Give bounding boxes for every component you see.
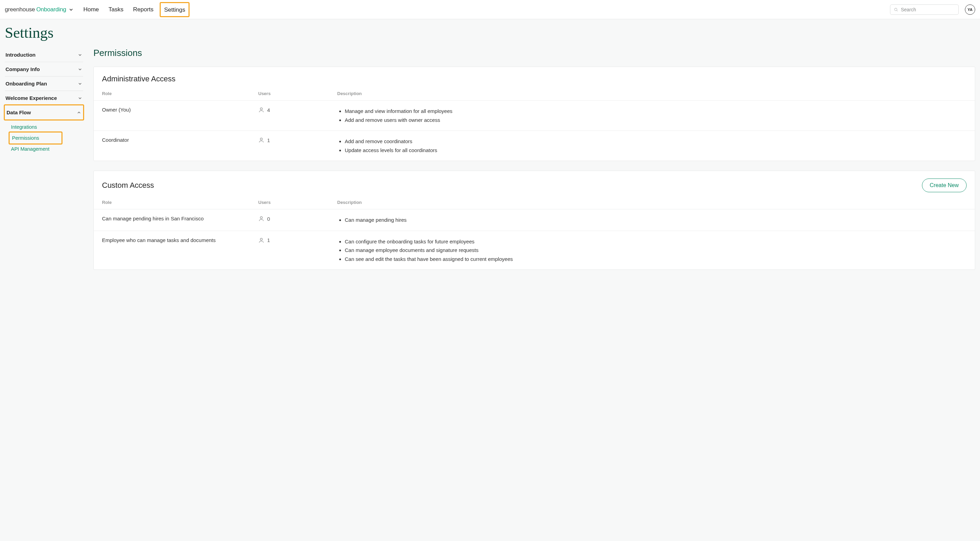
main-title: Permissions (94, 48, 975, 58)
table-row[interactable]: Coordinator 1 Add and remove coordinator… (94, 130, 975, 161)
sidebar-group-label: Company Info (5, 66, 40, 72)
col-users-header: Users (258, 200, 337, 205)
chevron-down-icon (78, 53, 83, 57)
desc-item: Can manage employee documents and signat… (345, 246, 967, 255)
logo[interactable]: greenhouseOnboarding (5, 6, 74, 13)
logo-primary: greenhouse (5, 6, 35, 13)
users-cell: 0 (258, 216, 337, 222)
svg-point-5 (260, 238, 262, 240)
desc-cell: Can configure the onboarding tasks for f… (337, 237, 967, 264)
sidebar-item-api-management[interactable]: API Management (10, 143, 83, 154)
search-box[interactable] (890, 5, 959, 15)
desc-item: Manage and view information for all empl… (345, 107, 967, 116)
admin-table-header: Role Users Description (94, 86, 975, 100)
user-icon (258, 137, 264, 143)
desc-item: Can see and edit the tasks that have bee… (345, 255, 967, 264)
user-icon (258, 107, 264, 113)
desc-item: Can configure the onboarding tasks for f… (345, 237, 967, 246)
col-role-header: Role (102, 91, 258, 96)
nav-home[interactable]: Home (83, 2, 100, 18)
users-count: 1 (267, 137, 270, 143)
sidebar-sublist-data-flow: Integrations Permissions API Management (5, 119, 83, 155)
sidebar-group-label: Introduction (5, 52, 35, 58)
svg-point-4 (260, 216, 262, 219)
col-desc-header: Description (337, 91, 967, 96)
role-cell: Employee who can manage tasks and docume… (102, 237, 258, 243)
main-nav: Home Tasks Reports Settings (83, 2, 890, 18)
sidebar-group-introduction[interactable]: Introduction (5, 48, 83, 62)
panel-custom-title: Custom Access (102, 181, 154, 190)
sidebar-group-onboarding-plan[interactable]: Onboarding Plan (5, 76, 83, 91)
desc-cell: Add and remove coordinators Update acces… (337, 137, 967, 154)
page-title: Settings (5, 24, 975, 41)
chevron-down-icon (78, 67, 83, 72)
chevron-up-icon (76, 110, 81, 115)
search-input[interactable] (901, 7, 955, 12)
sidebar-group-company-info[interactable]: Company Info (5, 62, 83, 76)
svg-point-0 (894, 8, 897, 10)
desc-cell: Manage and view information for all empl… (337, 107, 967, 124)
nav-settings[interactable]: Settings (160, 2, 189, 17)
table-row[interactable]: Owner (You) 4 Manage and view informatio… (94, 100, 975, 130)
role-cell: Can manage pending hires in San Francisc… (102, 216, 258, 221)
svg-point-3 (260, 138, 262, 140)
users-cell: 1 (258, 137, 337, 143)
users-cell: 1 (258, 237, 337, 243)
desc-item: Add and remove coordinators (345, 137, 967, 146)
sidebar-group-label: Welcome Experience (5, 95, 57, 101)
custom-table-header: Role Users Description (94, 195, 975, 209)
panel-admin-access: Administrative Access Role Users Descrip… (94, 67, 975, 161)
svg-line-1 (897, 10, 897, 11)
sidebar-group-label: Onboarding Plan (5, 81, 47, 86)
chevron-down-icon[interactable] (68, 7, 74, 12)
col-role-header: Role (102, 200, 258, 205)
search-icon (894, 7, 898, 12)
chevron-down-icon (78, 81, 83, 86)
sidebar-group-welcome-experience[interactable]: Welcome Experience (5, 91, 83, 105)
top-bar: greenhouseOnboarding Home Tasks Reports … (0, 0, 980, 19)
role-cell: Coordinator (102, 137, 258, 143)
main-content: Permissions Administrative Access Role U… (94, 48, 975, 279)
desc-cell: Can manage pending hires (337, 216, 967, 224)
role-cell: Owner (You) (102, 107, 258, 113)
sidebar-item-integrations[interactable]: Integrations (10, 121, 83, 132)
user-icon (258, 237, 264, 243)
nav-reports[interactable]: Reports (132, 2, 154, 18)
users-count: 0 (267, 216, 270, 222)
avatar[interactable]: YA (965, 5, 975, 15)
desc-item: Add and remove users with owner access (345, 116, 967, 125)
table-row[interactable]: Employee who can manage tasks and docume… (94, 231, 975, 270)
svg-point-2 (260, 108, 262, 110)
logo-secondary: Onboarding (37, 6, 66, 13)
sidebar-group-label: Data Flow (6, 110, 31, 115)
nav-tasks[interactable]: Tasks (108, 2, 124, 18)
users-count: 4 (267, 107, 270, 113)
panel-admin-title: Administrative Access (102, 75, 175, 83)
sidebar-group-data-flow[interactable]: Data Flow (4, 104, 84, 121)
desc-item: Can manage pending hires (345, 216, 967, 224)
desc-item: Update access levels for all coordinator… (345, 146, 967, 155)
chevron-down-icon (78, 96, 83, 100)
panel-custom-access: Custom Access Create New Role Users Desc… (94, 170, 975, 270)
users-cell: 4 (258, 107, 337, 113)
sidebar-item-permissions[interactable]: Permissions (9, 132, 62, 145)
user-icon (258, 216, 264, 222)
col-desc-header: Description (337, 200, 967, 205)
settings-sidebar: Introduction Company Info Onboarding Pla… (5, 48, 83, 155)
users-count: 1 (267, 237, 270, 243)
create-new-button[interactable]: Create New (922, 178, 967, 192)
table-row[interactable]: Can manage pending hires in San Francisc… (94, 209, 975, 231)
col-users-header: Users (258, 91, 337, 96)
